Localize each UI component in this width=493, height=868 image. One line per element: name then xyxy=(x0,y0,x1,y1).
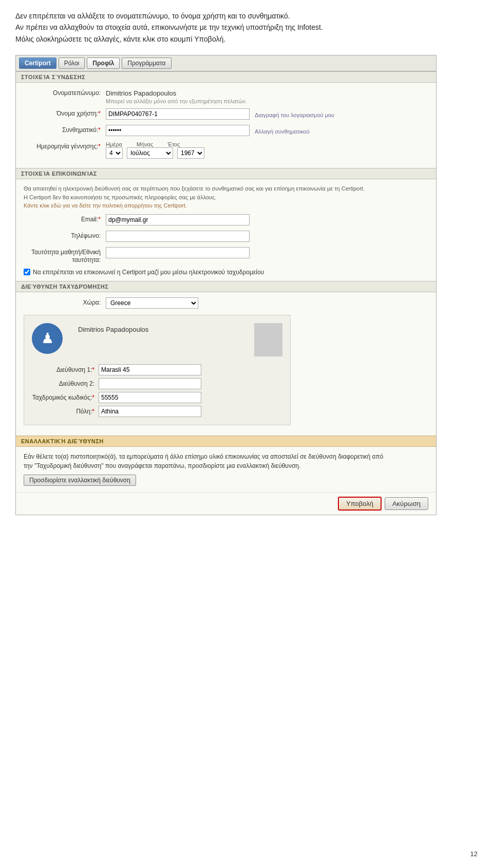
email-row: Email:* xyxy=(24,214,428,227)
login-name-label: Όνομα χρήστη:* xyxy=(24,108,106,117)
id-row: Ταυτότητα μαθητή/Εθνική ταυτότητα: xyxy=(24,247,428,265)
contact-info-text: Θα απαιτηθεί η ηλεκτρονική διεύθυνσή σας… xyxy=(24,184,428,210)
address-name: Dimitrios Papadopoulos xyxy=(78,323,254,333)
cancel-button[interactable]: Ακύρωση xyxy=(385,497,428,510)
roles-button[interactable]: Ρόλοι xyxy=(59,58,85,69)
addr2-input[interactable] xyxy=(99,378,201,389)
privacy-policy-link[interactable]: Κάντε κλικ εδώ για να δείτε την πολιτική… xyxy=(24,202,187,209)
username-note: Μπορεί να αλλάξει μόνο από την εξυπηρέτη… xyxy=(106,98,428,104)
contact-section-content: Θα απαιτηθεί η ηλεκτρονική διεύθυνσή σας… xyxy=(16,179,436,281)
login-name-row: Όνομα χρήστη:* Διαγραφή του λογαριασμού … xyxy=(24,108,428,121)
zip-input[interactable] xyxy=(99,392,201,403)
change-password-link[interactable]: Αλλαγή συνθηματικού xyxy=(255,126,310,135)
programs-button[interactable]: Προγράμματα xyxy=(122,58,171,69)
username-value: Dimitrios Papadopoulos xyxy=(106,88,428,97)
checkbox-label: Να επιτρέπεται να επικοινωνεί η Certipor… xyxy=(33,269,264,276)
id-label: Ταυτότητα μαθητή/Εθνική ταυτότητα: xyxy=(24,247,106,265)
logo-figure: ♟ xyxy=(41,330,54,347)
delete-account-link[interactable]: Διαγραφή του λογαριασμού μου xyxy=(255,110,334,118)
alt-text: Εάν θέλετε τo(α) πιστοποιητικό(ά), τα εμ… xyxy=(24,452,428,470)
checkbox-row: Να επιτρέπεται να επικοινωνεί η Certipor… xyxy=(24,269,428,276)
dob-day-header: Ημέρα xyxy=(106,141,122,147)
logo-circle: ♟ xyxy=(32,323,63,354)
password-row: Συνθηματικό:* Αλλαγή συνθηματικού xyxy=(24,125,428,137)
contact-section-header: ΣΤΟΙΧΕΊΑ ΕΠΙΚΟΙΝΩΝΊΑΣ xyxy=(16,168,436,179)
mailing-section-header: ΔΙΕΎΘΥΝΣΗ ΤΑΧΥΔΡΌΜΗΣΗΣ xyxy=(16,281,436,292)
email-input[interactable] xyxy=(106,214,250,225)
login-name-input[interactable] xyxy=(106,108,250,120)
mailing-section-content: Χώρα: Greece ♟ Dimitrios Papadopoulos Δι… xyxy=(16,292,436,436)
dob-year-select[interactable]: 1967 xyxy=(177,147,204,159)
city-input[interactable] xyxy=(99,406,201,417)
intro-text: Δεν επιτρέπεται να αλλάξετε το ονοματεπώ… xyxy=(15,10,478,45)
alt-section-content: Εάν θέλετε τo(α) πιστοποιητικό(ά), τα εμ… xyxy=(16,447,436,492)
dob-day-select[interactable]: 4 xyxy=(106,147,123,159)
login-section-header: ΣΤΟΙΧΕΊΑ ΣΎΝΔΕΣΗΣ xyxy=(16,71,436,83)
country-row: Χώρα: Greece xyxy=(24,297,428,310)
stamp-placeholder xyxy=(254,323,282,356)
password-label: Συνθηματικό:* xyxy=(24,125,106,134)
phone-row: Τηλέφωνο: xyxy=(24,231,428,243)
alt-address-button[interactable]: Προσδιορίστε εναλλακτική διεύθυνση xyxy=(24,475,136,486)
phone-input[interactable] xyxy=(106,231,250,242)
country-select[interactable]: Greece xyxy=(106,297,198,309)
username-label: Ονοματεπώνυμο: xyxy=(24,88,106,97)
bottom-buttons: Υποβολή Ακύρωση xyxy=(16,492,436,515)
username-row: Ονοματεπώνυμο: Dimitrios Papadopoulos Μπ… xyxy=(24,88,428,104)
dob-label: Ημερομηνία γέννησης:* xyxy=(24,141,106,150)
id-input[interactable] xyxy=(106,247,250,258)
email-label: Email:* xyxy=(24,214,106,223)
profile-button[interactable]: Προφίλ xyxy=(87,58,120,69)
certiport-button[interactable]: Certiport xyxy=(19,58,56,69)
login-section-content: Ονοματεπώνυμο: Dimitrios Papadopoulos Μπ… xyxy=(16,83,436,168)
submit-button[interactable]: Υποβολή xyxy=(338,497,382,511)
phone-label: Τηλέφωνο: xyxy=(24,231,106,239)
username-field-group: Dimitrios Papadopoulos Μπορεί να αλλάξει… xyxy=(106,88,428,104)
address-card: ♟ Dimitrios Papadopoulos Διεύθυνση 1:* Δ… xyxy=(24,315,291,425)
password-input[interactable] xyxy=(106,125,250,136)
dob-month-header: Μήνας xyxy=(137,141,153,147)
dob-year-header: Έτος xyxy=(167,141,180,147)
addr2-label: Διεύθυνση 2: xyxy=(32,380,99,387)
top-nav: Certiport Ρόλοι Προφίλ Προγράμματα xyxy=(16,55,436,71)
country-label: Χώρα: xyxy=(24,297,106,306)
dob-row: Ημερομηνία γέννησης:* Ημέρα Μήνας Έτος 4… xyxy=(24,141,428,159)
form-container: Certiport Ρόλοι Προφίλ Προγράμματα ΣΤΟΙΧ… xyxy=(15,55,437,515)
dob-month-select[interactable]: Ιούλιος xyxy=(127,147,173,159)
city-label: Πόλη:* xyxy=(32,408,99,415)
email-consent-checkbox[interactable] xyxy=(24,269,30,275)
zip-label: Ταχδρομικός κωδικός:* xyxy=(32,394,99,401)
addr1-label: Διεύθυνση 1:* xyxy=(32,366,99,373)
address-fields: Διεύθυνση 1:* Διεύθυνση 2: Ταχδρομικός κ… xyxy=(32,364,282,417)
addr1-input[interactable] xyxy=(99,364,201,375)
alt-section-header: ΕΝΑΛΛΑΚΤΙΚΉ ΔΙΕΎΘΥΝΣΗ xyxy=(16,436,436,447)
